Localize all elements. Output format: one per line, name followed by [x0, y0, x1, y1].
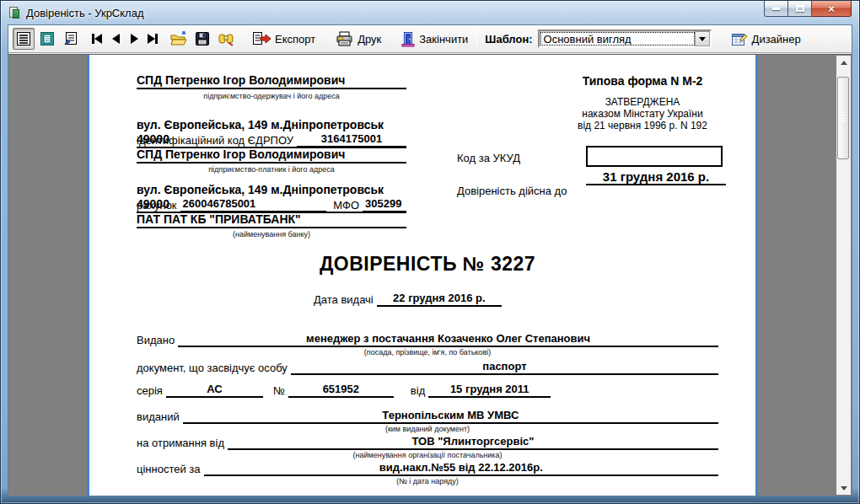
receive-from-label: на отримання від [137, 437, 228, 450]
receive-from-row: на отримання від ТОВ "Ялинторгсервіс" [137, 435, 718, 450]
valid-until-label: Довіреність дійсна до [457, 185, 583, 197]
bank-caption: (найменування банку) [137, 230, 406, 239]
valid-until-row: 31 грудня 2016 р. [586, 170, 726, 185]
app-icon [8, 6, 21, 19]
export-icon [252, 31, 271, 46]
series-value: АС [166, 383, 263, 398]
number-label: № [263, 384, 288, 398]
designer-label: Дизайнер [752, 33, 801, 46]
close-button[interactable]: × [812, 1, 852, 17]
edrpou-value: 3164175001 [297, 132, 406, 147]
approved-line2: наказом Мінстату України [524, 108, 761, 120]
template-selected-value: Основний вигляд [540, 32, 695, 46]
vertical-scrollbar[interactable] [836, 56, 851, 495]
edrpou-label: ідентифікаційний код ЄДРПОУ [137, 134, 297, 147]
scroll-down-icon [841, 486, 847, 491]
receive-from-caption: (найменування організації постачальника) [137, 451, 718, 459]
toolbar-separator [476, 28, 477, 50]
scroll-up-button[interactable] [836, 56, 851, 69]
whole-page-icon [16, 31, 31, 46]
finish-label: Закінчити [419, 33, 468, 46]
finish-button[interactable]: Закінчити [401, 31, 468, 47]
window-title: Довіреність - УкрСклад [26, 7, 144, 19]
payer-name-field: СПД Петренко Ігор Володимирович [137, 147, 406, 164]
number-value: 651952 [288, 383, 394, 398]
document-title: ДОВІРЕНІСТЬ № 3227 [99, 253, 755, 276]
open-button[interactable] [168, 28, 190, 50]
issue-of-value: 15 грудня 2011 [428, 383, 551, 398]
issued-label: Видано [137, 334, 178, 347]
export-label: Експорт [275, 33, 315, 46]
account-value: 260046785001 [180, 197, 327, 212]
scrollbar-grip [841, 115, 846, 121]
scrollbar-thumb[interactable] [837, 77, 849, 159]
receiver-name-field: СПД Петренко Ігор Володимирович [137, 73, 406, 89]
next-page-icon [131, 34, 138, 44]
approved-line3: від 21 червня 1996 р. N 192 [524, 120, 761, 131]
issue-date-value: 22 грудня 2016 р. [377, 292, 502, 307]
minimize-button[interactable] [764, 1, 788, 17]
template-select[interactable]: Основний вигляд [538, 29, 712, 48]
template-dropdown-button[interactable] [695, 31, 710, 46]
payer-caption: підприємство-платник і його адреса [137, 165, 406, 174]
values-for-value: вид.накл.№55 від 22.12.2016р. [204, 461, 718, 476]
issued-row: Видано менеджер з постачання Козаченко О… [137, 332, 718, 347]
restore-icon [796, 5, 804, 12]
ukud-code-box [586, 146, 723, 167]
print-icon [336, 31, 353, 46]
print-button[interactable]: Друк [336, 31, 381, 46]
receive-from-value: ТОВ "Ялинторгсервіс" [228, 435, 718, 450]
last-page-button[interactable] [143, 29, 162, 49]
scroll-up-icon [841, 61, 847, 65]
designer-icon [731, 31, 748, 47]
document-page: СПД Петренко Ігор Володимирович підприєм… [87, 54, 758, 496]
issued-by-label: виданий [137, 410, 183, 424]
values-for-caption: (№ і дата наряду) [137, 477, 718, 485]
approved-line1: ЗАТВЕРДЖЕНА [524, 96, 761, 108]
receiver-caption: підприємство-одержувач і його адреса [137, 92, 406, 100]
issued-by-caption: (ким виданий документ) [137, 425, 718, 433]
last-page-icon [148, 34, 155, 44]
edrpou-row: ідентифікаційний код ЄДРПОУ 3164175001 [137, 132, 406, 147]
close-icon: × [828, 3, 835, 14]
series-row: серія АС № 651952 від 15 грудня 2011 [137, 383, 718, 398]
template-label: Шаблон: [485, 33, 532, 46]
find-button[interactable] [215, 28, 237, 50]
page-view-button[interactable] [36, 28, 58, 50]
issued-caption: (посада, прізвище, ім'я, по батькові) [137, 348, 718, 357]
ukud-label: Код за УКУД [457, 152, 583, 164]
titlebar: Довіреність - УкрСклад × [1, 1, 859, 24]
mfo-label: МФО [326, 199, 363, 212]
open-icon [170, 31, 187, 46]
whole-page-button[interactable] [13, 28, 35, 50]
print-label: Друк [357, 33, 381, 46]
issued-value: менеджер з постачання Козаченко Олег Сте… [178, 332, 718, 347]
restore-button[interactable] [788, 1, 812, 17]
designer-button[interactable]: Дизайнер [731, 31, 801, 47]
save-icon [195, 31, 210, 46]
find-icon [218, 31, 234, 46]
id-doc-row: документ, що засвідчує особу паспорт [137, 360, 718, 375]
app-window: Довіреність - УкрСклад × [0, 0, 860, 504]
first-page-button[interactable] [88, 29, 106, 49]
next-page-button[interactable] [125, 29, 143, 49]
values-for-row: цінностей за вид.накл.№55 від 22.12.2016… [137, 461, 718, 476]
prev-page-icon [112, 34, 120, 44]
valid-until-value: 31 грудня 2016 р. [586, 170, 726, 185]
exit-icon [401, 31, 415, 47]
issue-date-row: Дата видачі 22 грудня 2016 р. [314, 292, 502, 307]
account-row: рахунок 260046785001 МФО 305299 [137, 197, 406, 212]
issued-by-row: виданий Тернопільским МВ УМВС [137, 409, 718, 424]
save-button[interactable] [191, 28, 213, 50]
export-button[interactable]: Експорт [252, 31, 315, 46]
series-label: серія [137, 384, 166, 398]
zoom-page-button[interactable] [60, 28, 82, 50]
print-preview-area[interactable]: СПД Петренко Ігор Володимирович підприєм… [8, 54, 852, 496]
preview-toolbar: Експорт Друк Закінчити Шаблон: Основний … [8, 25, 852, 53]
mfo-value: 305299 [363, 197, 406, 212]
minimize-icon [772, 8, 780, 10]
scroll-down-button[interactable] [836, 481, 851, 495]
prev-page-button[interactable] [106, 29, 125, 49]
form-code-title: Типова форма N М-2 [524, 74, 761, 88]
issue-of-label: від [394, 384, 428, 398]
